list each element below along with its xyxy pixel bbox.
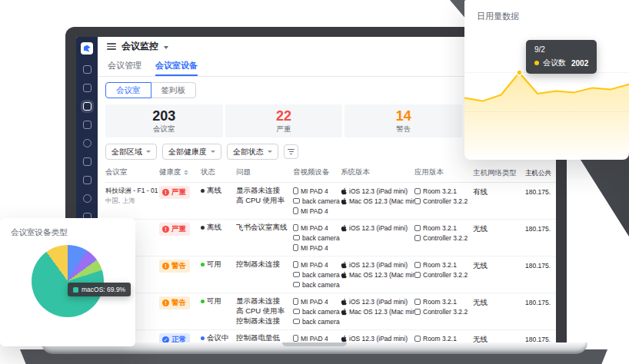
system-line: Mac OS 12.3 (Mac mini)	[341, 270, 410, 280]
stat-card: 14警告	[344, 104, 462, 137]
devices-icon[interactable]	[83, 176, 92, 184]
cell-app-version: Room 3.2.1Controller 3.2.2	[414, 296, 473, 316]
cell-app-version: Room 3.2.1Controller 3.2.2	[414, 186, 473, 206]
app-grid-icon	[414, 235, 421, 241]
filter-select[interactable]: 全部区域	[105, 144, 157, 160]
cell-system: iOS 12.3 (iPad mini)Mac OS 12.3 (Mac min…	[341, 186, 414, 206]
camera-icon	[293, 198, 300, 204]
camera-icon	[293, 319, 300, 324]
app-version-line: Room 3.2.1	[414, 223, 468, 233]
stat-card: 22严重	[225, 104, 343, 137]
app-version-line: Room 3.2.1	[414, 296, 468, 306]
pie-card-title: 会议室设备类型	[11, 227, 125, 238]
home-icon[interactable]	[83, 65, 92, 74]
segment-meeting-room[interactable]: 会议室	[105, 82, 151, 98]
column-header[interactable]: 主机公共	[525, 167, 556, 178]
rooms-icon[interactable]	[83, 121, 92, 129]
filter-select[interactable]: 全部状态	[227, 144, 278, 160]
cell-network: 有线	[473, 186, 525, 197]
device-line: MI PAD 4	[293, 243, 336, 253]
app-logo[interactable]	[81, 42, 93, 55]
tablet-icon	[293, 207, 298, 214]
table-row[interactable]: !严重离线飞书会议室离线MI PAD 4back cameraMI PAD 4i…	[105, 220, 556, 256]
column-header[interactable]: 主机网络类型	[473, 167, 525, 178]
cell-problems: 显示器未连接高 CPU 使用率控制器未连接	[236, 296, 293, 326]
app-grid-icon	[414, 262, 421, 268]
apple-icon	[341, 187, 347, 195]
app-version-line: Controller 3.2.2	[414, 270, 468, 280]
menu-icon[interactable]	[107, 43, 116, 50]
display-icon[interactable]	[83, 139, 92, 147]
column-header[interactable]: 问题	[236, 167, 293, 177]
problem-line: 控制器未连接	[236, 316, 288, 326]
device-line: back camera	[293, 196, 336, 206]
column-header[interactable]: 音视频设备	[293, 167, 341, 177]
page-title: 会议监控	[121, 40, 158, 53]
device-line: back camera	[293, 280, 336, 290]
tab-room-devices[interactable]: 会议室设备	[155, 56, 198, 76]
chevron-down-icon	[268, 151, 272, 153]
app-version-line: Controller 3.2.2	[414, 233, 468, 243]
column-header[interactable]: 健康度	[159, 167, 201, 177]
device-line: back camera	[293, 270, 336, 280]
table-row[interactable]: !警告可用显示器未连接高 CPU 使用率控制器未连接MI PAD 4back c…	[105, 293, 556, 330]
device-line: MI PAD 4	[293, 296, 336, 306]
status-dot-icon	[201, 299, 205, 303]
cell-status: 离线	[201, 223, 236, 233]
device-line: MI PAD 4	[293, 223, 336, 233]
column-header[interactable]: 系统版本	[341, 167, 414, 177]
device-type-pie	[32, 245, 104, 317]
problem-line: 高 CPU 使用率	[236, 306, 288, 316]
chevron-down-icon[interactable]	[164, 46, 168, 49]
video-monitor-icon[interactable]	[83, 102, 92, 111]
table-row[interactable]: !警告可用控制器未连接MI PAD 4back cameraback camer…	[105, 256, 556, 293]
calendar-icon[interactable]	[83, 84, 92, 92]
highlight-point	[517, 70, 522, 75]
device-line: MI PAD 4	[293, 186, 336, 196]
cell-network: 无线	[473, 223, 525, 234]
sidebar-nav	[83, 65, 92, 221]
problem-line: 飞书会议室离线	[236, 223, 288, 233]
laptop-base-notch	[282, 342, 347, 346]
health-badge-icon: !	[162, 189, 169, 196]
status-dot-icon	[201, 189, 205, 193]
chart-tooltip: 9/2 会议数 2002	[526, 40, 597, 74]
tablet-icon	[293, 261, 298, 268]
column-header[interactable]: 应用版本	[414, 167, 473, 177]
app-version-line: Controller 3.2.2	[414, 306, 468, 316]
alerts-icon[interactable]	[83, 194, 92, 203]
table-body: 科技绿洲 - F1 - 01中国, 上海!严重离线显示器未连接高 CPU 使用率…	[105, 183, 556, 347]
status-dot-icon	[201, 263, 205, 266]
app-grid-icon	[414, 309, 421, 315]
table-row[interactable]: 科技绿洲 - F1 - 01中国, 上海!严重离线显示器未连接高 CPU 使用率…	[105, 183, 556, 220]
cell-network: 无线	[473, 296, 525, 308]
table-settings-button[interactable]	[284, 144, 298, 159]
cell-devices: MI PAD 4back cameraMI PAD 4	[293, 186, 341, 216]
cell-ip: 180.175.	[525, 260, 556, 270]
segmented-control: 会议室 签到板	[105, 82, 196, 98]
filter-select[interactable]: 全部健康度	[162, 144, 221, 160]
filter-lines-icon	[288, 149, 295, 155]
camera-icon	[293, 282, 300, 287]
usage-area-chart	[464, 0, 629, 160]
tooltip-date: 9/2	[534, 45, 588, 54]
column-header[interactable]: 会议室	[105, 167, 159, 177]
column-header[interactable]: 状态	[201, 167, 236, 177]
cell-network: 无线	[473, 260, 525, 271]
chart-icon[interactable]	[83, 157, 92, 166]
app-version-line: Controller 3.2.2	[414, 196, 468, 206]
cell-problems: 显示器未连接高 CPU 使用率	[236, 186, 293, 206]
cell-room: 科技绿洲 - F1 - 01中国, 上海	[105, 186, 159, 206]
cell-health: !严重	[159, 186, 201, 199]
cell-ip: 180.175.	[525, 223, 556, 233]
cell-system: iOS 12.3 (iPad mini)Mac OS 12.3 (Mac min…	[341, 260, 414, 280]
tablet-icon	[293, 335, 298, 342]
segment-signin-board[interactable]: 签到板	[151, 82, 197, 98]
cell-system: iOS 12.3 (iPad mini)	[341, 223, 414, 233]
usage-card-title: 日用量数据	[464, 0, 629, 22]
device-line: MI PAD 4	[293, 206, 336, 216]
app-grid-icon	[414, 198, 421, 204]
app-grid-icon	[414, 336, 421, 342]
sort-icon[interactable]	[184, 170, 188, 175]
tab-meeting-management[interactable]: 会议管理	[108, 56, 141, 76]
